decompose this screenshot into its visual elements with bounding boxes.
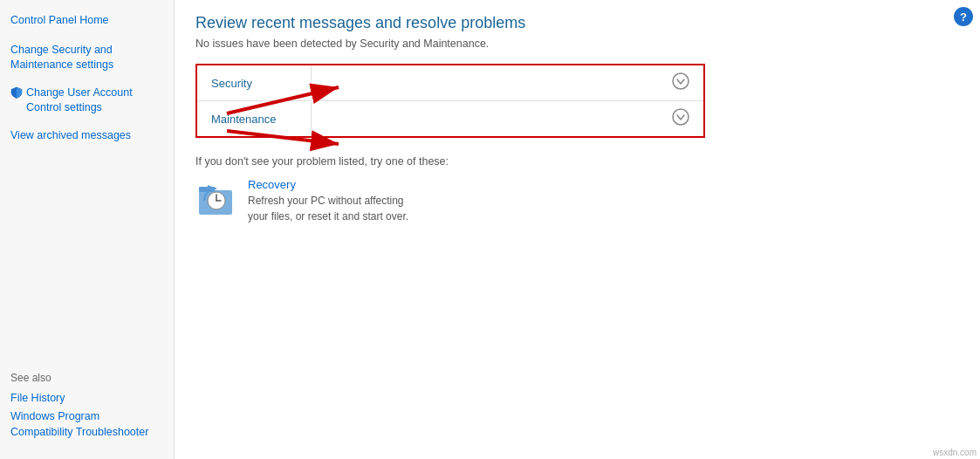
- sidebar-top: Control Panel Home Change Security and M…: [0, 9, 174, 147]
- security-panel-row: Security: [197, 65, 703, 101]
- main-content: ? Review recent messages and resolve pro…: [175, 0, 980, 459]
- security-expand-button[interactable]: [661, 65, 700, 100]
- recovery-description: Refresh your PC without affecting your f…: [248, 193, 408, 224]
- recovery-icon: [195, 178, 237, 223]
- maintenance-panel-row: Maintenance: [197, 101, 703, 136]
- watermark: wsxdn.com: [933, 448, 977, 457]
- svg-point-0: [673, 73, 689, 89]
- help-button[interactable]: ?: [954, 7, 973, 26]
- sidebar-item-control-panel-home[interactable]: Control Panel Home: [0, 9, 174, 33]
- sidebar-item-user-account-control[interactable]: Change User Account Control settings: [0, 81, 174, 120]
- security-maintenance-panels: Security Maintenance: [195, 64, 705, 138]
- maintenance-expand-button[interactable]: [661, 101, 700, 136]
- sidebar-bottom: See also File History Windows Program Co…: [0, 363, 174, 451]
- svg-point-1: [673, 109, 689, 125]
- sidebar: Control Panel Home Change Security and M…: [0, 0, 175, 459]
- shield-icon: [10, 86, 23, 104]
- maintenance-panel-label[interactable]: Maintenance: [197, 104, 311, 134]
- security-panel-content: [312, 76, 661, 90]
- main-window: Control Panel Home Change Security and M…: [0, 0, 980, 459]
- sidebar-item-file-history[interactable]: File History: [10, 389, 163, 408]
- content-area: Control Panel Home Change Security and M…: [0, 0, 980, 459]
- sidebar-item-security-maintenance-settings[interactable]: Change Security and Maintenance settings: [0, 38, 174, 78]
- sidebar-item-archived-messages[interactable]: View archived messages: [0, 124, 174, 148]
- security-panel-label[interactable]: Security: [197, 68, 311, 99]
- page-title: Review recent messages and resolve probl…: [195, 14, 959, 32]
- recovery-item: Recovery Refresh your PC without affecti…: [195, 178, 959, 224]
- maintenance-panel-content: [312, 112, 661, 126]
- recovery-text-group: Recovery Refresh your PC without affecti…: [248, 178, 408, 224]
- page-subtitle: No issues have been detected by Security…: [195, 38, 959, 50]
- recovery-link[interactable]: Recovery: [248, 178, 296, 191]
- see-also-label: See also: [10, 372, 163, 384]
- sidebar-item-windows-troubleshooter[interactable]: Windows Program Compatibility Troublesho…: [10, 408, 163, 442]
- try-these-label: If you don't see your problem listed, tr…: [195, 155, 959, 168]
- sidebar-item-user-account-control-label: Change User Account Control settings: [26, 86, 163, 116]
